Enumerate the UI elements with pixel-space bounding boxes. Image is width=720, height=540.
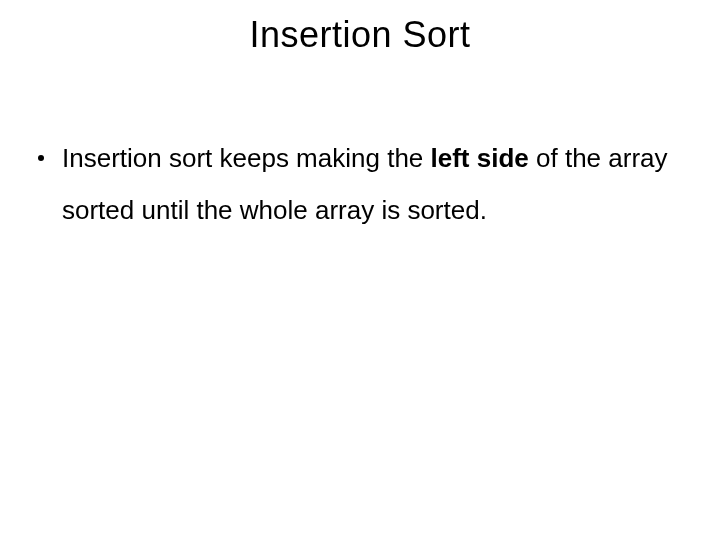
- bullet-text-bold: left side: [431, 143, 529, 173]
- bullet-text: Insertion sort keeps making the left sid…: [62, 132, 682, 236]
- slide-title: Insertion Sort: [0, 14, 720, 56]
- bullet-text-pre: Insertion sort keeps making the: [62, 143, 431, 173]
- bullet-dot-icon: [38, 155, 44, 161]
- slide: Insertion Sort Insertion sort keeps maki…: [0, 0, 720, 540]
- slide-body: Insertion sort keeps making the left sid…: [38, 132, 682, 236]
- bullet-item: Insertion sort keeps making the left sid…: [38, 132, 682, 236]
